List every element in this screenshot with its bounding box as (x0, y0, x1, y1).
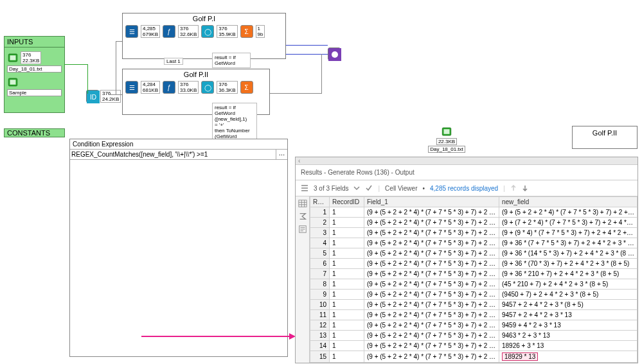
table-row[interactable]: 91(9 + (5 + 2 + 2 * 4) * (7 + 7 * 5 * 3)… (310, 290, 638, 300)
results-scroll-bar[interactable]: ‹ (296, 157, 638, 165)
cell-newfield[interactable]: 9457 + 2 + 4 * 2 + 3 * 13 (499, 310, 638, 320)
cell-field1[interactable]: (9 + (5 + 2 + 2 * 4) * (7 + 7 * 5 * 3) +… (364, 248, 499, 259)
table-row[interactable]: 151(9 + (5 + 2 + 2 * 4) * (7 + 7 * 5 * 3… (310, 351, 638, 363)
generate-rows-tool-2[interactable]: ☰ (125, 81, 138, 94)
table-row[interactable]: 31(9 + (5 + 2 + 2 * 4) * (7 + 7 * 5 * 3)… (310, 228, 638, 238)
table-row[interactable]: 141(9 + (5 + 2 + 2 * 4) * (7 + 7 * 5 * 3… (310, 341, 638, 351)
input-file-1[interactable]: 37622.3KB (7, 51, 62, 64)
table-row[interactable]: 21(9 + (5 + 2 + 2 * 4) * (7 + 7 * 5 * 3)… (310, 218, 638, 228)
cell-newfield[interactable]: (9 + (9 * 4) * (7 + 7 * 5 * 3) + 7) + 2 … (499, 228, 638, 238)
table-row[interactable]: 11(9 + (5 + 2 + 2 * 4) * (7 + 7 * 5 * 3)… (310, 207, 638, 218)
record-id-tool[interactable]: ID (86, 90, 99, 103)
table-row[interactable]: 71(9 + (5 + 2 + 2 * 4) * (7 + 7 * 5 * 3)… (310, 269, 638, 279)
right-input-icon[interactable]: 22.3KB Day_18_01.txt (434, 126, 459, 154)
cell-field1[interactable]: (9 + (5 + 2 + 2 * 4) * (7 + 7 * 5 * 3) +… (364, 320, 499, 331)
check-icon[interactable] (365, 184, 373, 192)
cell-recordid[interactable]: 1 (330, 351, 364, 363)
chevron-down-icon[interactable] (353, 185, 360, 191)
fields-count[interactable]: 3 of 3 Fields (314, 185, 348, 192)
cell-field1[interactable]: (9 + (5 + 2 + 2 * 4) * (7 + 7 * 5 * 3) +… (364, 259, 499, 269)
generate-rows-tool[interactable]: ☰ (125, 25, 138, 38)
cell-field1[interactable]: (9 + (5 + 2 + 2 * 4) * (7 + 7 * 5 * 3) +… (364, 331, 499, 341)
hamburger-icon[interactable] (301, 184, 308, 192)
cell-recordid[interactable]: 1 (330, 207, 364, 218)
table-row[interactable]: 81(9 + (5 + 2 + 2 * 4) * (7 + 7 * 5 * 3)… (310, 279, 638, 290)
cell-newfield[interactable]: 9457 + 2 + 4 * 2 + 3 * (8 + 5) (499, 300, 638, 310)
expression-editor-button[interactable]: … (276, 150, 287, 159)
chevron-left-icon[interactable]: ‹ (298, 157, 300, 164)
table-row[interactable]: 131(9 + (5 + 2 + 2 * 4) * (7 + 7 * 5 * 3… (310, 331, 638, 341)
cell-field1[interactable]: (9 + (5 + 2 + 2 * 4) * (7 + 7 * 5 * 3) +… (364, 228, 499, 238)
cell-recordid[interactable]: 1 (330, 248, 364, 259)
arrow-up-icon[interactable] (510, 185, 517, 191)
cell-newfield[interactable]: 18926 + 3 * 13 (499, 341, 638, 351)
cell-newfield[interactable]: 9459 + 4 * 2 + 3 * 13 (499, 320, 638, 331)
cell-recordid[interactable]: 1 (330, 290, 364, 300)
condition-expression-input[interactable] (70, 150, 276, 159)
cell-recordid[interactable]: 1 (330, 269, 364, 279)
cell-field1[interactable]: (9 + (5 + 2 + 2 * 4) * (7 + 7 * 5 * 3) +… (364, 279, 499, 290)
transform-tool-2[interactable]: ◯ (201, 81, 214, 94)
transform-tool[interactable]: ◯ (201, 25, 214, 38)
cell-recordid[interactable]: 1 (330, 331, 364, 341)
cell-recordid[interactable]: 1 (330, 279, 364, 290)
cell-field1[interactable]: (9 + (5 + 2 + 2 * 4) * (7 + 7 * 5 * 3) +… (364, 238, 499, 248)
input-file-2[interactable] (7, 76, 62, 88)
table-row[interactable]: 1623 + 5 + (9 + 2 * 5) + (6 * 4 + 8) * 9… (310, 363, 638, 363)
cell-newfield[interactable]: (9 + 36 * (70 * 3) + 7) + 2 + 4 * 2 + 3 … (499, 259, 638, 269)
col-record[interactable]: Record (310, 197, 330, 207)
row-number: 16 (310, 363, 330, 363)
cell-newfield[interactable]: (9 + 36 * (7 + 7 * 5 * 3) + 7) + 2 + 4 *… (499, 238, 638, 248)
table-row[interactable]: 51(9 + (5 + 2 + 2 * 4) * (7 + 7 * 5 * 3)… (310, 248, 638, 259)
cell-newfield[interactable]: (9 + (7 + 2 * 4) * (7 + 7 * 5 * 3) + 7) … (499, 218, 638, 228)
col-recordid[interactable]: RecordID (330, 197, 364, 207)
cell-newfield[interactable]: (9 + 36 * 210 + 7) + 2 + 4 * 2 + 3 * (8 … (499, 269, 638, 279)
col-field1[interactable]: Field_1 (364, 197, 499, 207)
cell-field1[interactable]: (9 + (5 + 2 + 2 * 4) * (7 + 7 * 5 * 3) +… (364, 269, 499, 279)
formula-tool-2[interactable]: ƒ (163, 81, 175, 94)
cell-recordid[interactable]: 1 (330, 218, 364, 228)
cell-newfield[interactable]: 9463 * 2 + 3 * 13 (499, 331, 638, 341)
cell-field1[interactable]: (9 + (5 + 2 + 2 * 4) * (7 + 7 * 5 * 3) +… (364, 290, 499, 300)
cell-newfield[interactable]: (45 * 210 + 7) + 2 + 4 * 2 + 3 * (8 + 5) (499, 279, 638, 290)
arrow-down-icon[interactable] (522, 185, 528, 191)
cell-recordid[interactable]: 1 (330, 259, 364, 269)
cell-recordid[interactable]: 1 (330, 228, 364, 238)
cell-field1[interactable]: 3 + 5 + (9 + 2 * 5) + (6 * 4 + 8) * 9 + … (364, 363, 499, 363)
cell-field1[interactable]: (9 + (5 + 2 + 2 * 4) * (7 + 7 * 5 * 3) +… (364, 218, 499, 228)
p1-tail-stat: 19b (256, 25, 265, 38)
cell-field1[interactable]: (9 + (5 + 2 + 2 * 4) * (7 + 7 * 5 * 3) +… (364, 310, 499, 320)
cell-recordid[interactable]: 1 (330, 238, 364, 248)
golf-p1-title: Golf P.I (123, 13, 285, 24)
table-row[interactable]: 61(9 + (5 + 2 + 2 * 4) * (7 + 7 * 5 * 3)… (310, 259, 638, 269)
union-tool[interactable] (328, 48, 341, 60)
cell-recordid[interactable]: 1 (330, 320, 364, 331)
cell-recordid[interactable]: 1 (330, 310, 364, 320)
p2-stat1: 4,284681KB (141, 81, 160, 94)
cell-recordid[interactable]: 1 (330, 341, 364, 351)
results-grid[interactable]: Record RecordID Field_1 new_field 11(9 +… (310, 196, 638, 363)
summarize-tool-2[interactable]: Σ (240, 81, 253, 94)
table-row[interactable]: 111(9 + (5 + 2 + 2 * 4) * (7 + 7 * 5 * 3… (310, 310, 638, 320)
cell-recordid[interactable]: 1 (330, 300, 364, 310)
cell-newfield[interactable]: (9 + (5 + 2 + 2 * 4) * (7 + 7 * 5 * 3) +… (499, 207, 638, 218)
cell-newfield[interactable]: 3 + 5 + (9 + 2 * 5) + (6 * 4 + 8) * 9 + … (499, 363, 638, 363)
cell-newfield[interactable]: (9450 + 7) + 2 + 4 * 2 + 3 * (8 + 5) (499, 290, 638, 300)
cell-newfield[interactable]: (9 + 36 * (14 * 5 * 3) + 7) + 2 + 4 * 2 … (499, 248, 638, 259)
formula-tool[interactable]: ƒ (163, 25, 175, 38)
cell-recordid[interactable]: 2 (330, 363, 364, 363)
sigma-icon[interactable] (298, 212, 307, 221)
col-newfield[interactable]: new_field (499, 197, 638, 207)
cell-field1[interactable]: (9 + (5 + 2 + 2 * 4) * (7 + 7 * 5 * 3) +… (364, 341, 499, 351)
summarize-tool[interactable]: Σ (240, 25, 253, 38)
table-row[interactable]: 101(9 + (5 + 2 + 2 * 4) * (7 + 7 * 5 * 3… (310, 300, 638, 310)
note-icon[interactable] (298, 225, 307, 234)
table-row[interactable]: 121(9 + (5 + 2 + 2 * 4) * (7 + 7 * 5 * 3… (310, 320, 638, 331)
cell-newfield[interactable]: 18929 * 13 (499, 351, 638, 363)
cell-field1[interactable]: (9 + (5 + 2 + 2 * 4) * (7 + 7 * 5 * 3) +… (364, 207, 499, 218)
table-icon[interactable] (298, 199, 307, 208)
cell-field1[interactable]: (9 + (5 + 2 + 2 * 4) * (7 + 7 * 5 * 3) +… (364, 300, 499, 310)
cell-viewer-label[interactable]: Cell Viewer (385, 185, 417, 192)
table-row[interactable]: 41(9 + (5 + 2 + 2 * 4) * (7 + 7 * 5 * 3)… (310, 238, 638, 248)
cell-field1[interactable]: (9 + (5 + 2 + 2 * 4) * (7 + 7 * 5 * 3) +… (364, 351, 499, 363)
